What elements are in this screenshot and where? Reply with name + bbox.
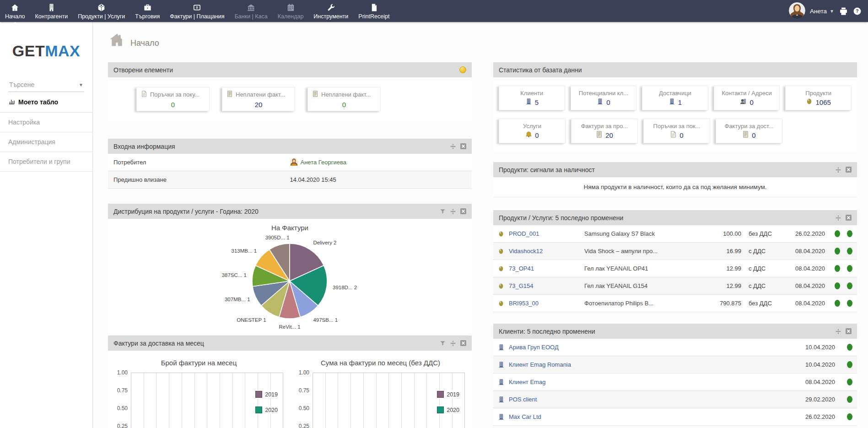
stat-card-value: 0 — [597, 98, 610, 106]
close-icon[interactable] — [460, 143, 466, 149]
open-item-card[interactable]: Неплатени факт...20 — [222, 87, 295, 111]
pie-chart: Delivery 23918D... 2497SB... 1ReVit... 1… — [108, 232, 472, 331]
product-vat: с ДДС — [741, 248, 782, 255]
product-code-link[interactable]: Vidashock12 — [509, 248, 584, 255]
product-code-link[interactable]: 73_OP41 — [509, 265, 584, 272]
product-code-link[interactable]: BRI953_00 — [509, 300, 584, 307]
nav-item-calendar[interactable]: Календар — [273, 0, 309, 22]
panel-header[interactable]: Продукти: сигнали за наличност — [493, 162, 857, 177]
building-sm-icon — [669, 98, 675, 106]
open-item-card[interactable]: Неплатени факт...0 — [307, 87, 381, 111]
legend-label: 2019 — [265, 391, 278, 398]
svg-text:0: 0 — [196, 6, 198, 10]
nav-item-wrench[interactable]: Инструменти — [308, 0, 353, 22]
product-date: 08.04.2020 — [782, 282, 825, 289]
building-sm-icon — [597, 98, 604, 105]
nav-item-invoice-badge[interactable]: 0Фактури | Плащания — [165, 0, 229, 22]
product-code-link[interactable]: PROD_001 — [509, 230, 584, 237]
stat-card[interactable]: Контакти / Адреси0 — [714, 86, 780, 110]
move-icon[interactable] — [450, 208, 456, 215]
client-date: 10.04.2020 — [792, 344, 835, 351]
bar-charts-body: Брой фактури на месец1.000.750.500.25201… — [108, 351, 472, 428]
stat-card[interactable]: Потенциални кл...0 — [571, 86, 637, 110]
sidebar-item-потребители-и-групи[interactable]: Потребители и групи — [0, 152, 92, 172]
stat-card[interactable]: Фактури за про...20 — [571, 119, 638, 143]
stat-card[interactable]: Услуги0 — [499, 119, 566, 143]
building-sm-icon — [498, 344, 505, 351]
move-icon[interactable] — [835, 215, 841, 221]
panel-header[interactable]: Продукти / Услуги: 5 последно променени — [493, 210, 857, 225]
nav-item-label: Търговия — [135, 13, 160, 20]
panel-header[interactable]: Фактури за доставка на месец — [108, 336, 472, 351]
product-price: 12.99 — [707, 265, 741, 272]
stock-alert-message: Няма продукти в наличност, които да са п… — [493, 177, 857, 197]
search-select[interactable]: Търсене ▼ — [8, 78, 84, 92]
close-icon[interactable] — [846, 167, 852, 173]
client-name-link[interactable]: Клиент Emag Romania — [509, 361, 792, 368]
sidebar-item-настройка[interactable]: Настройка — [0, 113, 92, 132]
product-ball-icon — [498, 265, 509, 272]
nav-item-briefcase[interactable]: Търговия — [130, 0, 165, 22]
printer-icon[interactable] — [839, 6, 848, 16]
legend-item: 2019 — [254, 390, 279, 398]
panel-header[interactable]: Статистика от базата данни — [493, 62, 857, 77]
move-icon[interactable] — [835, 167, 841, 173]
nav-item-building[interactable]: Контрагенти — [30, 0, 73, 22]
stat-card-label: Клиенти — [520, 90, 543, 97]
client-name-link[interactable]: Арива Груп ЕООД — [509, 344, 792, 351]
close-icon[interactable] — [460, 208, 466, 214]
filter-icon[interactable] — [440, 340, 446, 346]
invoice-doc-icon — [226, 91, 233, 97]
panel-login-info: Входна информация ПотребителАнета Георги… — [108, 139, 472, 189]
product-code-link[interactable]: 73_G154 — [509, 282, 584, 289]
stat-card[interactable]: Продукти1065 — [785, 86, 852, 110]
panel-header[interactable]: Входна информация — [108, 139, 472, 154]
help-icon[interactable]: ? — [853, 7, 862, 16]
close-icon[interactable] — [846, 215, 852, 221]
sidebar-item-моето-табло[interactable]: Моето табло — [0, 92, 92, 113]
pie-label: 313MB... 1 — [232, 248, 257, 254]
product-ball-icon — [498, 231, 509, 237]
green-status-dot — [835, 265, 840, 272]
legend-swatch — [437, 406, 444, 413]
panel-header[interactable]: Отворени елементи — [108, 62, 472, 77]
login-info-value-text: 14.04.2020 15:45 — [290, 176, 336, 183]
stat-card-value: 1 — [669, 98, 682, 106]
open-item-card[interactable]: Поръчки за поку...0 — [136, 87, 210, 111]
user-name[interactable]: Анета — [810, 8, 827, 15]
nav-item-receipt[interactable]: PrintReceipt — [353, 0, 394, 22]
client-name-link[interactable]: Клиент Emag — [509, 379, 792, 385]
login-info-value[interactable]: Анета Георгиева — [290, 158, 346, 167]
stat-card[interactable]: Фактури за дост...0 — [716, 119, 782, 143]
client-name-link[interactable]: Max Car Ltd — [509, 413, 792, 420]
stat-card[interactable]: Доставчици1 — [642, 86, 708, 110]
filter-icon[interactable] — [440, 208, 446, 214]
product-name: Vida Shock – ампули про... — [584, 248, 707, 255]
login-info-value: 14.04.2020 15:45 — [290, 176, 336, 183]
stat-card-value: 0 — [740, 98, 753, 106]
panel-header[interactable]: Клиенти: 5 последно променени — [493, 324, 857, 339]
green-status-dot — [847, 361, 852, 368]
sidebar-item-администрация[interactable]: Администрация — [0, 132, 92, 152]
close-icon[interactable] — [460, 340, 466, 346]
close-icon[interactable] — [846, 328, 852, 334]
move-icon[interactable] — [450, 143, 456, 150]
bar-chart-title: Брой фактури на месец — [111, 359, 287, 367]
top-navigation: НачалоКонтрагентиПродукти | УслугиТъргов… — [0, 0, 868, 22]
panel-header[interactable]: Дистрибуция на продукти / услуги - Годин… — [108, 204, 472, 219]
help-icon: ? — [853, 7, 862, 16]
nav-item-cube[interactable]: Продукти | Услуги — [73, 0, 130, 22]
move-icon[interactable] — [450, 340, 456, 347]
green-status-dot — [847, 265, 852, 272]
nav-item-home[interactable]: Начало — [0, 0, 30, 22]
move-icon[interactable] — [835, 328, 841, 335]
client-name-link[interactable]: POS client — [509, 396, 792, 403]
user-avatar[interactable] — [789, 2, 805, 20]
open-item-label: Неплатени факт... — [226, 91, 291, 98]
stat-card[interactable]: Клиенти5 — [499, 86, 565, 110]
chevron-down-icon[interactable]: ▼ — [830, 9, 834, 14]
login-info-label: Предишно влизане — [108, 176, 290, 183]
stat-card[interactable]: Поръчки за пок...0 — [643, 119, 710, 143]
green-status-dot — [835, 248, 840, 255]
nav-item-bank[interactable]: Банки | Каса — [230, 0, 273, 22]
